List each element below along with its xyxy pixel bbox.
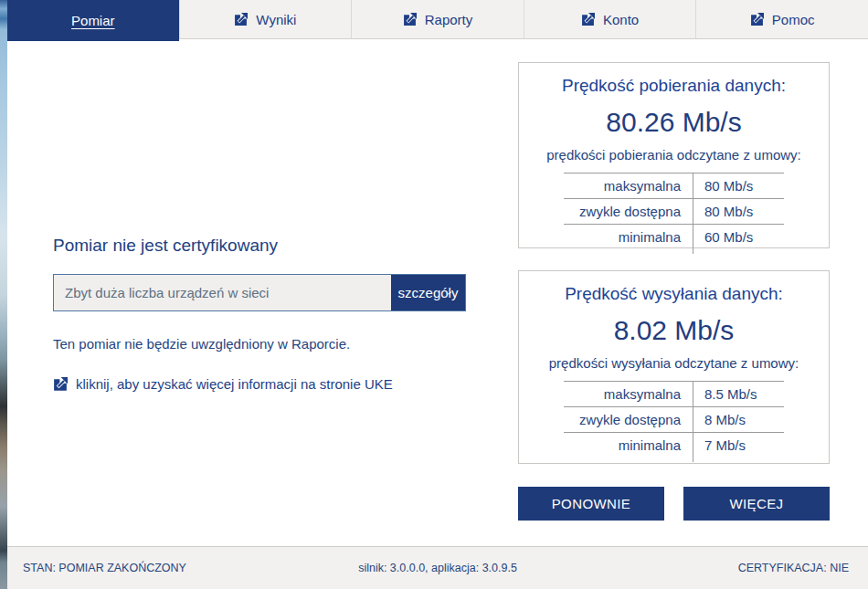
download-speed-value: 80.26 Mb/s: [519, 107, 829, 138]
row-label: zwykle dostępna: [564, 204, 693, 219]
alert-message: Zbyt duża liczba urządzeń w sieci: [54, 275, 391, 310]
tab-label: Pomiar: [71, 13, 115, 28]
status-certification: CERTYFIKACJA: NIE: [738, 562, 849, 574]
table-divider: [693, 173, 693, 254]
table-divider: [693, 381, 693, 462]
uke-info-link-label: kliknij, aby uzyskać więcej informacji n…: [76, 376, 393, 392]
table-row: zwykle dostępna 8 Mb/s: [564, 406, 784, 432]
panel-subtitle: prędkości pobierania odczytane z umowy:: [519, 147, 829, 163]
table-row: minimalna 7 Mb/s: [564, 432, 784, 458]
table-row: minimalna 60 Mb/s: [564, 224, 784, 249]
tab-label: Wyniki: [256, 12, 296, 27]
main-content: Pomiar nie jest certyfikowany Zbyt duża …: [7, 39, 868, 546]
action-buttons: PONOWNIE WIĘCEJ: [518, 487, 830, 521]
tab-raporty[interactable]: Raporty: [351, 0, 524, 39]
row-label: maksymalna: [564, 178, 693, 194]
external-link-icon: [581, 13, 595, 26]
panel-title: Prędkość wysyłania danych:: [519, 284, 829, 304]
tab-konto[interactable]: Konto: [524, 0, 696, 39]
panel-title: Prędkość pobierania danych:: [519, 76, 829, 96]
status-bar: STAN: POMIAR ZAKOŃCZONY silnik: 3.0.0.0,…: [7, 546, 868, 589]
tab-label: Konto: [603, 12, 639, 27]
row-value: 60 Mb/s: [693, 229, 784, 245]
external-link-icon: [750, 13, 764, 26]
row-label: minimalna: [564, 229, 693, 245]
uke-info-link[interactable]: kliknij, aby uzyskać więcej informacji n…: [53, 376, 393, 392]
tab-bar: Pomiar Wyniki: [7, 0, 868, 39]
app-window: Pomiar Wyniki: [7, 0, 868, 589]
row-value: 8 Mb/s: [693, 412, 784, 427]
panel-subtitle: prędkości wysyłania odczytane z umowy:: [519, 355, 829, 371]
external-link-icon: [403, 13, 417, 26]
retry-button[interactable]: PONOWNIE: [518, 487, 664, 521]
table-row: maksymalna 80 Mb/s: [564, 173, 784, 198]
status-state: STAN: POMIAR ZAKOŃCZONY: [23, 562, 186, 574]
upload-speed-value: 8.02 Mb/s: [519, 315, 829, 346]
external-link-icon: [234, 13, 248, 26]
report-note: Ten pomiar nie będzie uwzględniony w Rap…: [53, 336, 350, 352]
row-value: 80 Mb/s: [693, 204, 784, 219]
table-row: zwykle dostępna 80 Mb/s: [564, 198, 784, 224]
row-value: 80 Mb/s: [693, 178, 784, 194]
desktop-wallpaper-strip: [0, 0, 7, 589]
more-button[interactable]: WIĘCEJ: [683, 487, 830, 521]
upload-speed-panel: Prędkość wysyłania danych: 8.02 Mb/s prę…: [518, 270, 830, 464]
external-link-icon: [53, 377, 68, 392]
alert-box: Zbyt duża liczba urządzeń w sieci szczeg…: [53, 274, 466, 311]
tab-label: Raporty: [425, 12, 473, 27]
tab-label: Pomoc: [772, 12, 815, 27]
certification-heading: Pomiar nie jest certyfikowany: [53, 236, 278, 256]
download-speed-panel: Prędkość pobierania danych: 80.26 Mb/s p…: [518, 62, 830, 248]
contract-speeds-table: maksymalna 8.5 Mb/s zwykle dostępna 8 Mb…: [564, 381, 784, 458]
row-value: 8.5 Mb/s: [693, 386, 784, 402]
row-label: zwykle dostępna: [564, 412, 693, 427]
details-button[interactable]: szczegóły: [391, 275, 465, 310]
row-label: maksymalna: [564, 386, 693, 402]
tab-wyniki[interactable]: Wyniki: [179, 0, 352, 39]
contract-speeds-table: maksymalna 80 Mb/s zwykle dostępna 80 Mb…: [564, 173, 784, 249]
row-label: minimalna: [564, 437, 693, 453]
table-row: maksymalna 8.5 Mb/s: [564, 381, 784, 406]
tab-pomoc[interactable]: Pomoc: [695, 0, 868, 39]
row-value: 7 Mb/s: [693, 437, 784, 453]
tab-pomiar[interactable]: Pomiar: [7, 0, 179, 41]
